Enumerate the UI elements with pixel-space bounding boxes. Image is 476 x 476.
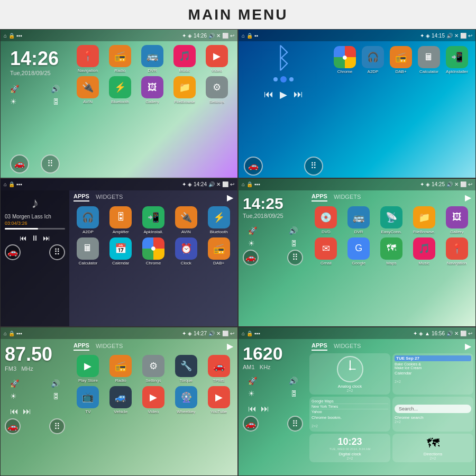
app-clock-3[interactable]: ⏰ Clock (170, 237, 202, 266)
app-dab-3[interactable]: 📻 DAB+ (203, 237, 234, 266)
eq-btn-6[interactable]: 🎛 (290, 389, 298, 398)
car-btn-1[interactable]: 🚗 (10, 154, 29, 173)
app-dvr[interactable]: 🚌 DVR (137, 45, 168, 73)
next-btn-2[interactable]: ⏭ (294, 89, 303, 100)
app-playstore-5[interactable]: ▶ Play Store (72, 355, 104, 383)
app-a2dp-2[interactable]: 🎧 A2DP (360, 46, 386, 74)
app-music[interactable]: 🎵 Music (169, 45, 200, 73)
app-avin[interactable]: 🔌 AVIN (72, 76, 103, 104)
tab-widgets-6[interactable]: WIDGETS (334, 343, 361, 350)
app-filebrowse-4[interactable]: 📁 FileBrowse. (408, 206, 440, 234)
home-icon-3[interactable]: ⌂ (4, 181, 7, 187)
tab-apps-4[interactable]: APPS (312, 193, 327, 202)
brightness-btn-4[interactable]: ☀ (248, 239, 255, 248)
apps-btn-3[interactable]: ⠿ (49, 244, 65, 260)
vol-icon-2[interactable]: 🔊 (446, 33, 453, 39)
apps-btn-5[interactable]: ⠿ (49, 418, 65, 434)
vol-icon-3[interactable]: 🔊 (208, 181, 215, 187)
app-chrome-3[interactable]: ● Chrome (138, 237, 169, 266)
app-vehicle-5[interactable]: 🚙 Vehicle (105, 386, 136, 414)
app-calc-2[interactable]: 🖩 Calculator (416, 46, 442, 74)
vol-btn-4[interactable]: 🔊 (289, 226, 298, 235)
car-btn-2[interactable]: 🚗 (244, 157, 263, 176)
back-icon-4[interactable]: ↩ (468, 181, 472, 187)
app-bluetooth-1[interactable]: ⚡ Bluetooth (105, 76, 135, 104)
app-apkinstall-3[interactable]: 📲 ApkInstall. (138, 206, 169, 234)
app-torque-5[interactable]: 🔧 Torque (170, 355, 202, 383)
widget-chrome-search[interactable]: Search... Chrome search 2×2 (392, 397, 473, 432)
widget-digital-clock[interactable]: 10:23 TUE, WED 00 2014, 8:24 AM Digital … (309, 434, 390, 462)
tab-widgets-5[interactable]: WIDGETS (96, 343, 123, 350)
home-icon-4[interactable]: ⌂ (242, 181, 245, 187)
eq-btn-4[interactable]: 🎛 (290, 239, 298, 248)
widget-directions[interactable]: 🗺 Directions 2×2 (392, 434, 473, 462)
vol-btn-5[interactable]: 🔊 (51, 379, 60, 388)
app-navigation[interactable]: 📍 Navigation (72, 45, 103, 73)
prev-station-btn[interactable]: ⏮ (10, 407, 19, 416)
app-amplifier-3[interactable]: 🎛 Amplifier (105, 206, 136, 234)
brightness-btn-1[interactable]: ☀ (10, 97, 17, 106)
prev-btn-6[interactable]: ⏮ (248, 404, 257, 414)
sq-icon-2[interactable]: ⬜ (460, 33, 466, 39)
app-calendar-3[interactable]: 📅 Calendar (105, 237, 136, 266)
next-btn-6[interactable]: ⏭ (261, 404, 269, 414)
app-filebrowse-1[interactable]: 📁 FileBrowse (169, 76, 200, 104)
app-gallery-1[interactable]: 🖼 Gallery (137, 76, 168, 104)
eq-btn-1[interactable]: 🎛 (52, 97, 60, 106)
widget-calendar[interactable]: TUE Sep 27 Bake Cookies &Make Ice Cream … (392, 353, 473, 395)
app-dvr-4[interactable]: 🚌 DVR (343, 206, 374, 234)
vol-icon-1[interactable]: 🔊 (208, 33, 215, 39)
app-gallery-4[interactable]: 🖼 Gallery (441, 206, 472, 234)
tab-apps-3[interactable]: APPS (74, 193, 89, 202)
app-video[interactable]: ▶ Video (202, 45, 232, 73)
car-btn-5[interactable]: 🚗 (5, 418, 21, 434)
app-dvd-4[interactable]: 💿 DVD (310, 206, 342, 234)
back-icon-5[interactable]: ↩ (230, 331, 234, 336)
car-btn-6[interactable]: 🚗 (243, 416, 259, 432)
back-icon-6[interactable]: ↩ (468, 331, 472, 336)
apps-btn-2[interactable]: ⠿ (304, 157, 323, 176)
home-icon-6[interactable]: ⌂ (242, 331, 245, 336)
widget-analog-clock[interactable]: Analog clock 2×2 (309, 353, 390, 395)
apps-btn-4[interactable]: ⠿ (287, 250, 303, 266)
tab-apps-6[interactable]: APPS (312, 342, 327, 351)
app-radio-5[interactable]: 📻 Radio (105, 355, 136, 383)
app-tv-5[interactable]: 📺 TV (72, 386, 104, 414)
app-video-5[interactable]: ▶ Video (138, 386, 169, 414)
back-icon-2[interactable]: ↩ (468, 33, 472, 39)
app-tpms-5[interactable]: 🚗 TPMS (203, 355, 234, 383)
sq-icon-4[interactable]: ⬜ (460, 181, 466, 187)
app-radio[interactable]: 📻 Radio (105, 45, 135, 73)
prev-btn-2[interactable]: ⏮ (264, 89, 273, 100)
x-icon-2[interactable]: ✕ (454, 33, 459, 39)
apps-btn-6[interactable]: ⠿ (287, 416, 303, 432)
brightness-btn-5[interactable]: ☀ (10, 392, 17, 400)
pause-btn-3[interactable]: ⏸ (31, 234, 39, 242)
next-btn-3[interactable]: ⏭ (43, 234, 50, 242)
home-icon-1[interactable]: ⌂ (4, 33, 7, 39)
tab-play-3[interactable]: ▶ (227, 193, 233, 203)
home-icon-2[interactable]: ⌂ (242, 33, 245, 39)
vol-btn-1[interactable]: 🔊 (51, 85, 60, 93)
app-chrome-2[interactable]: ● Chrome (332, 46, 358, 74)
tab-widgets-4[interactable]: WIDGETS (334, 194, 361, 201)
x-icon-6[interactable]: ✕ (454, 331, 459, 336)
rocket-btn-1[interactable]: 🚀 (10, 85, 19, 93)
app-google-4[interactable]: G Google (343, 237, 374, 266)
app-maps-4[interactable]: 🗺 Maps (376, 237, 407, 266)
app-settings-1[interactable]: ⚙ Settings (202, 76, 232, 104)
prev-btn-3[interactable]: ⏮ (20, 234, 27, 242)
sq-icon-6[interactable]: ⬜ (460, 331, 466, 336)
app-calc-3[interactable]: 🖩 Calculator (72, 237, 104, 266)
app-youtube-5[interactable]: ▶ YouTube (203, 386, 234, 414)
vol-icon-4[interactable]: 🔊 (446, 181, 453, 187)
app-apk-2[interactable]: 📲 ApkInstaller (444, 46, 470, 74)
x-icon-3[interactable]: ✕ (216, 181, 221, 187)
app-dab-2[interactable]: 📻 DAB+ (388, 46, 414, 74)
apps-btn-1[interactable]: ⠿ (41, 154, 60, 173)
tab-play-4[interactable]: ▶ (465, 193, 471, 203)
home-icon-5[interactable]: ⌂ (4, 331, 7, 336)
app-navigation-4[interactable]: 📍 Navigation (441, 237, 472, 266)
app-music-4[interactable]: 🎵 Music (408, 237, 440, 266)
widget-chrome-bookmarks[interactable]: Google Maps New York Times Yahoo Chrome … (309, 397, 390, 432)
